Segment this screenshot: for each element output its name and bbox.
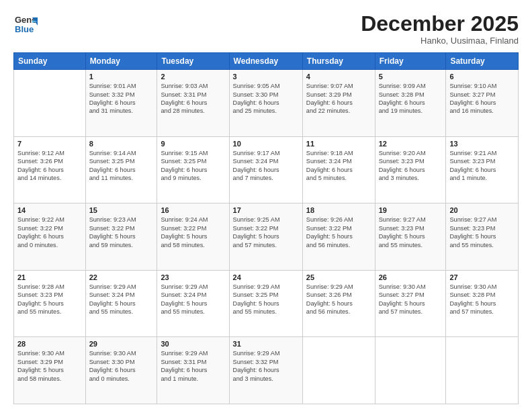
month-title: December 2025 [361, 12, 519, 36]
day-number: 3 [233, 73, 299, 81]
day-info: Sunrise: 9:29 AM Sunset: 3:25 PM Dayligh… [233, 283, 299, 316]
calendar-cell: 6Sunrise: 9:10 AM Sunset: 3:27 PM Daylig… [446, 70, 519, 137]
calendar-week-row: 1Sunrise: 9:01 AM Sunset: 3:32 PM Daylig… [14, 70, 519, 137]
day-info: Sunrise: 9:05 AM Sunset: 3:30 PM Dayligh… [233, 82, 299, 116]
calendar: SundayMondayTuesdayWednesdayThursdayFrid… [13, 52, 519, 404]
weekday-header-cell: Saturday [446, 53, 519, 70]
day-info: Sunrise: 9:01 AM Sunset: 3:32 PM Dayligh… [89, 82, 154, 116]
calendar-cell: 20Sunrise: 9:27 AM Sunset: 3:23 PM Dayli… [446, 203, 519, 271]
day-number: 26 [379, 273, 443, 281]
day-info: Sunrise: 9:25 AM Sunset: 3:22 PM Dayligh… [233, 216, 299, 249]
calendar-week-row: 21Sunrise: 9:28 AM Sunset: 3:23 PM Dayli… [14, 270, 519, 337]
calendar-week-row: 28Sunrise: 9:30 AM Sunset: 3:29 PM Dayli… [14, 337, 519, 404]
day-info: Sunrise: 9:29 AM Sunset: 3:26 PM Dayligh… [306, 283, 371, 316]
day-number: 27 [449, 273, 515, 281]
calendar-cell: 27Sunrise: 9:30 AM Sunset: 3:28 PM Dayli… [446, 270, 519, 337]
calendar-cell: 18Sunrise: 9:26 AM Sunset: 3:22 PM Dayli… [302, 203, 375, 271]
day-info: Sunrise: 9:03 AM Sunset: 3:31 PM Dayligh… [161, 82, 225, 116]
calendar-cell: 4Sunrise: 9:07 AM Sunset: 3:29 PM Daylig… [302, 70, 375, 137]
calendar-cell: 15Sunrise: 9:23 AM Sunset: 3:22 PM Dayli… [85, 203, 157, 271]
day-number: 15 [89, 206, 154, 214]
day-info: Sunrise: 9:30 AM Sunset: 3:28 PM Dayligh… [449, 283, 515, 316]
calendar-cell: 16Sunrise: 9:24 AM Sunset: 3:22 PM Dayli… [157, 203, 229, 271]
day-info: Sunrise: 9:29 AM Sunset: 3:32 PM Dayligh… [233, 349, 299, 383]
day-info: Sunrise: 9:17 AM Sunset: 3:24 PM Dayligh… [233, 149, 299, 183]
day-number: 6 [449, 73, 515, 81]
day-info: Sunrise: 9:21 AM Sunset: 3:23 PM Dayligh… [449, 149, 515, 183]
calendar-cell: 9Sunrise: 9:15 AM Sunset: 3:25 PM Daylig… [157, 136, 229, 203]
calendar-cell: 24Sunrise: 9:29 AM Sunset: 3:25 PM Dayli… [229, 270, 302, 337]
calendar-week-row: 7Sunrise: 9:12 AM Sunset: 3:26 PM Daylig… [14, 136, 519, 203]
calendar-cell: 10Sunrise: 9:17 AM Sunset: 3:24 PM Dayli… [229, 136, 302, 203]
day-info: Sunrise: 9:28 AM Sunset: 3:23 PM Dayligh… [17, 283, 82, 316]
day-info: Sunrise: 9:29 AM Sunset: 3:24 PM Dayligh… [161, 283, 225, 316]
weekday-header-cell: Sunday [14, 53, 86, 70]
page: General Blue December 2025 Hanko, Uusima… [0, 0, 532, 411]
day-info: Sunrise: 9:09 AM Sunset: 3:28 PM Dayligh… [379, 82, 443, 116]
calendar-cell: 25Sunrise: 9:29 AM Sunset: 3:26 PM Dayli… [302, 270, 375, 337]
day-number: 19 [379, 206, 443, 214]
day-info: Sunrise: 9:10 AM Sunset: 3:27 PM Dayligh… [449, 82, 515, 116]
calendar-cell: 30Sunrise: 9:29 AM Sunset: 3:31 PM Dayli… [157, 337, 229, 404]
day-info: Sunrise: 9:18 AM Sunset: 3:24 PM Dayligh… [306, 149, 371, 183]
weekday-header-cell: Tuesday [157, 53, 229, 70]
day-number: 5 [379, 73, 443, 81]
weekday-header: SundayMondayTuesdayWednesdayThursdayFrid… [14, 53, 519, 70]
day-number: 13 [449, 140, 515, 148]
calendar-cell [446, 337, 519, 404]
title-block: December 2025 Hanko, Uusimaa, Finland [361, 12, 519, 46]
day-info: Sunrise: 9:29 AM Sunset: 3:24 PM Dayligh… [89, 283, 154, 316]
day-number: 8 [89, 140, 154, 148]
day-info: Sunrise: 9:30 AM Sunset: 3:27 PM Dayligh… [379, 283, 443, 316]
day-number: 9 [161, 140, 225, 148]
calendar-cell: 19Sunrise: 9:27 AM Sunset: 3:23 PM Dayli… [375, 203, 446, 271]
subtitle: Hanko, Uusimaa, Finland [361, 36, 519, 46]
calendar-cell: 8Sunrise: 9:14 AM Sunset: 3:25 PM Daylig… [85, 136, 157, 203]
calendar-cell: 31Sunrise: 9:29 AM Sunset: 3:32 PM Dayli… [229, 337, 302, 404]
day-info: Sunrise: 9:20 AM Sunset: 3:23 PM Dayligh… [379, 149, 443, 183]
day-info: Sunrise: 9:27 AM Sunset: 3:23 PM Dayligh… [449, 216, 515, 249]
calendar-cell: 23Sunrise: 9:29 AM Sunset: 3:24 PM Dayli… [157, 270, 229, 337]
day-number: 29 [89, 340, 154, 348]
calendar-cell: 22Sunrise: 9:29 AM Sunset: 3:24 PM Dayli… [85, 270, 157, 337]
calendar-cell: 7Sunrise: 9:12 AM Sunset: 3:26 PM Daylig… [14, 136, 86, 203]
calendar-cell: 12Sunrise: 9:20 AM Sunset: 3:23 PM Dayli… [375, 136, 446, 203]
day-info: Sunrise: 9:14 AM Sunset: 3:25 PM Dayligh… [89, 149, 154, 183]
day-number: 24 [233, 273, 299, 281]
day-number: 2 [161, 73, 225, 81]
calendar-cell: 17Sunrise: 9:25 AM Sunset: 3:22 PM Dayli… [229, 203, 302, 271]
day-info: Sunrise: 9:22 AM Sunset: 3:22 PM Dayligh… [17, 216, 82, 249]
svg-text:Blue: Blue [15, 24, 34, 34]
day-number: 18 [306, 206, 371, 214]
calendar-cell: 21Sunrise: 9:28 AM Sunset: 3:23 PM Dayli… [14, 270, 86, 337]
day-number: 22 [89, 273, 154, 281]
day-number: 23 [161, 273, 225, 281]
day-number: 1 [89, 73, 154, 81]
calendar-cell: 11Sunrise: 9:18 AM Sunset: 3:24 PM Dayli… [302, 136, 375, 203]
calendar-cell: 29Sunrise: 9:30 AM Sunset: 3:30 PM Dayli… [85, 337, 157, 404]
calendar-week-row: 14Sunrise: 9:22 AM Sunset: 3:22 PM Dayli… [14, 203, 519, 271]
day-info: Sunrise: 9:07 AM Sunset: 3:29 PM Dayligh… [306, 82, 371, 116]
weekday-header-cell: Thursday [302, 53, 375, 70]
day-number: 12 [379, 140, 443, 148]
calendar-body: 1Sunrise: 9:01 AM Sunset: 3:32 PM Daylig… [14, 70, 519, 404]
weekday-header-cell: Monday [85, 53, 157, 70]
day-number: 11 [306, 140, 371, 148]
day-number: 28 [17, 340, 82, 348]
day-number: 16 [161, 206, 225, 214]
day-number: 10 [233, 140, 299, 148]
day-number: 7 [17, 140, 82, 148]
calendar-cell: 3Sunrise: 9:05 AM Sunset: 3:30 PM Daylig… [229, 70, 302, 137]
calendar-cell: 26Sunrise: 9:30 AM Sunset: 3:27 PM Dayli… [375, 270, 446, 337]
day-info: Sunrise: 9:30 AM Sunset: 3:30 PM Dayligh… [89, 349, 154, 383]
logo-icon: General Blue [13, 12, 38, 36]
header: General Blue December 2025 Hanko, Uusima… [13, 12, 519, 46]
calendar-cell: 14Sunrise: 9:22 AM Sunset: 3:22 PM Dayli… [14, 203, 86, 271]
day-info: Sunrise: 9:23 AM Sunset: 3:22 PM Dayligh… [89, 216, 154, 249]
calendar-cell [375, 337, 446, 404]
day-number: 4 [306, 73, 371, 81]
day-number: 25 [306, 273, 371, 281]
calendar-cell: 2Sunrise: 9:03 AM Sunset: 3:31 PM Daylig… [157, 70, 229, 137]
day-info: Sunrise: 9:27 AM Sunset: 3:23 PM Dayligh… [379, 216, 443, 249]
day-info: Sunrise: 9:12 AM Sunset: 3:26 PM Dayligh… [17, 149, 82, 183]
